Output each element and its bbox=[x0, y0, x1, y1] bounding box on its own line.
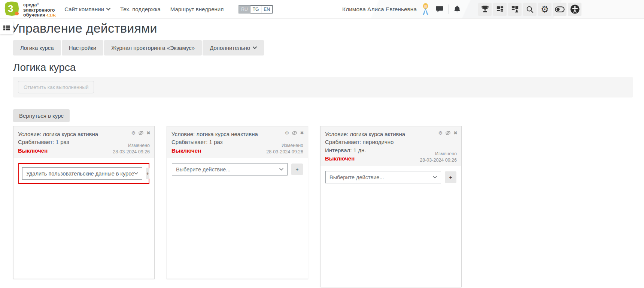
modified-info: Изменено28-03-2024 09:26 bbox=[113, 142, 150, 155]
card-body: Выберите действие... + bbox=[321, 166, 461, 188]
settings-gear-icon[interactable]: ⚙ bbox=[438, 130, 443, 135]
hide-eye-slash-icon[interactable] bbox=[292, 130, 297, 136]
lang-en-button[interactable]: EN bbox=[261, 5, 273, 14]
avatar[interactable] bbox=[420, 3, 431, 15]
action-card: Условие: логика курса неактивна Срабатыв… bbox=[167, 126, 308, 279]
tab-course-logic[interactable]: Логика курса bbox=[13, 40, 61, 56]
notifications-bell-icon[interactable] bbox=[453, 5, 461, 14]
modified-info: Изменено28-03-2024 09:26 bbox=[420, 151, 457, 164]
card-condition: Условие: логика курса активна bbox=[18, 130, 150, 138]
tab-additional[interactable]: Дополнительно bbox=[203, 40, 264, 56]
card-tools: ⚙ ✖ bbox=[285, 130, 304, 136]
nav-company-site[interactable]: Сайт компании bbox=[64, 6, 110, 12]
hide-eye-slash-icon[interactable] bbox=[138, 130, 144, 136]
tab-settings[interactable]: Настройки bbox=[62, 40, 104, 56]
add-action-button[interactable]: + bbox=[146, 168, 149, 179]
svg-text:3: 3 bbox=[8, 3, 13, 14]
quick-action-icons: ⚙ bbox=[478, 3, 581, 16]
dashboard-grid-icon[interactable] bbox=[493, 3, 507, 16]
action-row: Выберите действие... + bbox=[172, 163, 303, 176]
user-name[interactable]: Климова Алиса Евгеньевна bbox=[342, 6, 417, 13]
top-bar-right: Климова Алиса Евгеньевна bbox=[342, 3, 581, 16]
card-tools: ⚙ ✖ bbox=[131, 130, 151, 136]
top-bar: 3 среда® электронного обучения4.1.9c Сай… bbox=[0, 0, 644, 19]
hide-eye-slash-icon[interactable] bbox=[445, 130, 451, 136]
settings-gear-icon[interactable]: ⚙ bbox=[131, 130, 136, 135]
highlighted-action-row: Удалить пользовательские данные в курсе … bbox=[18, 163, 149, 184]
add-action-button[interactable]: + bbox=[291, 164, 303, 175]
delete-x-icon[interactable]: ✖ bbox=[300, 130, 304, 135]
chevron-down-icon bbox=[253, 46, 257, 49]
nav-implementation-route[interactable]: Маршрут внедрения bbox=[170, 6, 224, 12]
logo-mark-icon: 3 bbox=[3, 0, 22, 17]
chevron-down-icon bbox=[433, 176, 437, 178]
completion-panel: Отметить как выполненный bbox=[13, 77, 633, 98]
card-header: Условие: логика курса неактивна Срабатыв… bbox=[167, 126, 308, 158]
nav-tech-support[interactable]: Тех. поддержка bbox=[120, 6, 161, 12]
card-header: Условие: логика курса активна Срабатывае… bbox=[321, 126, 461, 166]
messages-icon[interactable] bbox=[436, 6, 444, 13]
back-to-course-button[interactable]: Вернуться в курс bbox=[13, 109, 70, 122]
main-content: Управление действиями Логика курса Настр… bbox=[0, 19, 644, 287]
action-card: Условие: логика курса активна Срабатывае… bbox=[13, 126, 155, 279]
card-body: Выберите действие... + bbox=[167, 158, 308, 180]
mark-as-done-button[interactable]: Отметить как выполненный bbox=[18, 81, 94, 93]
version-link[interactable]: 4.1.9c bbox=[46, 13, 56, 17]
card-body: Удалить пользовательские данные в курсе … bbox=[13, 158, 154, 189]
card-condition: Условие: логика курса неактивна bbox=[171, 130, 303, 138]
action-select[interactable]: Выберите действие... bbox=[325, 171, 441, 183]
card-tools: ⚙ ✖ bbox=[438, 130, 458, 136]
chevron-down-icon bbox=[134, 172, 138, 175]
divider bbox=[449, 4, 449, 14]
settings-gear-icon[interactable]: ⚙ bbox=[285, 130, 289, 135]
settings-gear-icon[interactable]: ⚙ bbox=[538, 3, 552, 16]
logo-text: среда® электронного обучения4.1.9c bbox=[23, 0, 56, 18]
add-action-button[interactable]: + bbox=[445, 171, 456, 183]
app-logo[interactable]: 3 среда® электронного обучения4.1.9c bbox=[3, 0, 56, 18]
registered-mark: ® bbox=[37, 2, 39, 6]
action-select[interactable]: Выберите действие... bbox=[172, 163, 288, 176]
dashboard-user-icon[interactable] bbox=[508, 3, 522, 16]
action-row: Выберите действие... + bbox=[325, 171, 456, 183]
action-card: Условие: логика курса активна Срабатывае… bbox=[320, 126, 462, 287]
modified-info: Изменено28-03-2024 09:26 bbox=[266, 142, 303, 155]
delete-x-icon[interactable]: ✖ bbox=[453, 130, 458, 135]
action-cards: Условие: логика курса активна Срабатывае… bbox=[13, 126, 633, 287]
search-icon[interactable] bbox=[523, 3, 537, 16]
sidebar-toggle-button[interactable] bbox=[0, 21, 13, 34]
card-condition: Условие: логика курса активна bbox=[325, 130, 457, 138]
chevron-down-icon bbox=[279, 168, 283, 171]
delete-x-icon[interactable]: ✖ bbox=[146, 130, 151, 135]
card-trigger: Срабатывает: периодично bbox=[325, 138, 457, 146]
action-select[interactable]: Удалить пользовательские данные в курсе bbox=[22, 167, 142, 180]
top-navigation: Сайт компании Тех. поддержка Маршрут вне… bbox=[64, 5, 273, 14]
section-title: Логика курса bbox=[13, 62, 633, 74]
chevron-down-icon bbox=[106, 8, 110, 10]
lang-tg-button[interactable]: TG bbox=[250, 5, 262, 14]
tab-bar: Логика курса Настройки Журнал прокторинг… bbox=[13, 40, 633, 56]
language-switcher: RU TG EN bbox=[239, 5, 273, 14]
tab-proctoring-log[interactable]: Журнал прокторинга «Экзамус» bbox=[104, 40, 202, 56]
toggle-icon[interactable] bbox=[553, 3, 566, 16]
page-title: Управление действиями bbox=[11, 21, 633, 36]
trophy-icon[interactable] bbox=[478, 3, 492, 16]
list-menu-icon bbox=[3, 25, 10, 31]
accessibility-icon[interactable] bbox=[568, 3, 581, 16]
card-header: Условие: логика курса активна Срабатывае… bbox=[13, 126, 154, 158]
lang-ru-button[interactable]: RU bbox=[239, 5, 250, 14]
